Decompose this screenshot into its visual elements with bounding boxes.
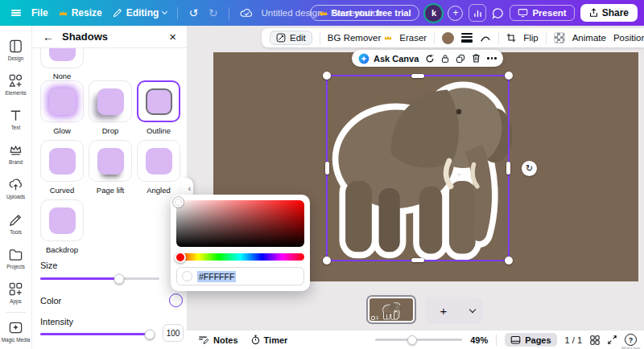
transparency-button[interactable] bbox=[554, 32, 565, 43]
comments-button[interactable] bbox=[492, 7, 504, 19]
resize-handle-left[interactable] bbox=[325, 162, 329, 174]
shadow-tile-none[interactable] bbox=[40, 48, 84, 68]
resize-handle-bottom-right[interactable] bbox=[505, 257, 513, 265]
rotate-handle[interactable]: ↻ bbox=[522, 161, 537, 176]
lock-button[interactable] bbox=[441, 54, 449, 63]
page-options-button[interactable] bbox=[462, 310, 483, 312]
page-indicator: 1 / 1 bbox=[565, 335, 582, 345]
duplicate-button[interactable] bbox=[456, 54, 465, 64]
sidebar-item-projects[interactable]: Projects bbox=[0, 240, 32, 275]
redo-button[interactable]: ↻ bbox=[208, 6, 218, 19]
pages-view-button[interactable]: Pages bbox=[505, 333, 556, 347]
shadow-tile-curved[interactable] bbox=[40, 140, 84, 182]
sidebar-item-magic-media[interactable]: Magic Media bbox=[0, 314, 32, 349]
resize-menu[interactable]: Resize bbox=[59, 7, 102, 18]
sidebar-item-elements[interactable]: Elements bbox=[0, 67, 32, 101]
size-slider[interactable] bbox=[40, 277, 159, 280]
curve-button[interactable] bbox=[480, 32, 491, 43]
hex-input[interactable]: #FFFFFF bbox=[176, 267, 304, 285]
trash-icon bbox=[472, 53, 481, 64]
sidebar-item-uploads[interactable]: Uploads bbox=[0, 171, 32, 206]
hue-slider-handle[interactable] bbox=[175, 252, 186, 263]
line-weight-button[interactable] bbox=[461, 33, 473, 43]
insights-button[interactable] bbox=[469, 4, 486, 22]
undo-button[interactable]: ↺ bbox=[188, 6, 198, 19]
shadow-tile-page-lift[interactable] bbox=[89, 140, 132, 182]
intensity-slider[interactable] bbox=[40, 333, 153, 335]
selection-box[interactable] bbox=[326, 75, 510, 261]
tile-label: Glow bbox=[40, 126, 84, 135]
zoom-slider-knob[interactable] bbox=[407, 335, 417, 345]
sidebar-item-tools[interactable]: Tools bbox=[0, 206, 32, 240]
resize-handle-top[interactable] bbox=[411, 74, 424, 78]
page-thumbnail[interactable]: 1 bbox=[366, 295, 416, 324]
animate-button[interactable]: Animate bbox=[572, 33, 606, 43]
speech-bubble-icon bbox=[492, 7, 504, 19]
current-color-swatch bbox=[182, 271, 192, 281]
add-page-button[interactable]: + bbox=[425, 304, 462, 318]
eraser-button[interactable]: Eraser bbox=[399, 33, 427, 43]
shadow-color-swatch[interactable] bbox=[169, 294, 183, 307]
timer-button[interactable]: Timer bbox=[251, 335, 288, 345]
resize-handle-right[interactable] bbox=[506, 162, 510, 174]
back-button[interactable]: ← bbox=[43, 31, 54, 43]
side-nav: Design Elements Text Brand Uploads Tools… bbox=[0, 26, 32, 349]
file-menu[interactable]: File bbox=[31, 7, 48, 18]
sidebar-item-design[interactable]: Design bbox=[0, 32, 32, 67]
shadow-tile-angled[interactable] bbox=[137, 140, 180, 182]
regenerate-button[interactable] bbox=[425, 54, 435, 64]
thumbnail-elephant bbox=[381, 299, 402, 321]
start-trial-button[interactable]: Start your free trial bbox=[310, 5, 419, 21]
crop-button[interactable] bbox=[506, 33, 516, 43]
delete-button[interactable] bbox=[472, 53, 481, 64]
fullscreen-icon bbox=[608, 335, 617, 344]
panel-title: Shadows bbox=[62, 31, 108, 43]
sidebar-item-apps[interactable]: Apps bbox=[0, 276, 32, 310]
close-panel-button[interactable]: × bbox=[169, 31, 176, 43]
bg-remover-button[interactable]: BG Remover bbox=[328, 33, 392, 43]
color-label: Color bbox=[40, 296, 61, 306]
saturation-picker-handle[interactable] bbox=[173, 197, 184, 207]
add-member-button[interactable]: + bbox=[448, 6, 463, 21]
curve-icon bbox=[480, 32, 491, 43]
zoom-slider[interactable] bbox=[375, 339, 462, 341]
fullscreen-button[interactable] bbox=[608, 335, 617, 344]
intensity-value[interactable]: 100 bbox=[163, 324, 184, 342]
size-slider-knob[interactable] bbox=[114, 273, 124, 284]
help-button[interactable]: ?What's new bbox=[625, 334, 637, 346]
intensity-slider-knob[interactable] bbox=[144, 329, 155, 339]
grid-view-button[interactable] bbox=[590, 335, 600, 345]
nav-divider bbox=[6, 312, 26, 313]
shadow-tile-drop[interactable] bbox=[89, 80, 132, 122]
color-indicator[interactable] bbox=[442, 32, 454, 44]
edit-tab[interactable]: Edit bbox=[270, 31, 312, 45]
editing-mode-menu[interactable]: Editing bbox=[113, 7, 167, 18]
hue-slider[interactable] bbox=[176, 253, 304, 261]
position-button[interactable]: Position bbox=[613, 33, 644, 43]
resize-handle-bottom-left[interactable] bbox=[323, 257, 331, 265]
flip-button[interactable]: Flip bbox=[523, 33, 539, 43]
shadow-tile-backdrop[interactable] bbox=[40, 199, 84, 241]
more-options-button[interactable] bbox=[487, 57, 497, 60]
saturation-field[interactable] bbox=[176, 200, 304, 247]
resize-handle-top-left[interactable] bbox=[323, 72, 331, 80]
shadow-tile-outline[interactable] bbox=[137, 80, 180, 122]
sidebar-item-brand[interactable]: Brand bbox=[0, 137, 32, 171]
resize-handle-top-right[interactable] bbox=[505, 72, 513, 80]
shadow-tile-glow[interactable] bbox=[40, 80, 84, 122]
tile-label: Curved bbox=[40, 186, 84, 195]
ask-canva-button[interactable]: Ask Canva bbox=[358, 53, 419, 64]
page-thumbnail-image: 1 bbox=[369, 298, 413, 321]
hex-value[interactable]: #FFFFFF bbox=[197, 271, 236, 282]
shadows-panel: ← Shadows × None Glow Drop Outline Curve… bbox=[32, 26, 187, 349]
notes-button[interactable]: Notes bbox=[198, 335, 238, 345]
projects-icon bbox=[8, 247, 23, 262]
zoom-level[interactable]: 49% bbox=[470, 335, 488, 345]
sidebar-item-text[interactable]: Text bbox=[0, 101, 32, 136]
crop-icon bbox=[506, 33, 516, 43]
avatar[interactable]: k bbox=[425, 5, 442, 22]
present-button[interactable]: Present bbox=[510, 5, 574, 21]
hamburger-menu-icon[interactable] bbox=[11, 9, 21, 18]
share-button[interactable]: Share bbox=[580, 4, 638, 22]
resize-handle-bottom[interactable] bbox=[411, 258, 424, 262]
